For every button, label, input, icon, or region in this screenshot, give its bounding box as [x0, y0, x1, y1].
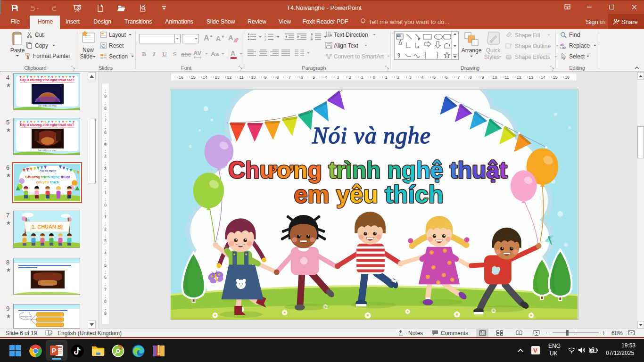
svg-text:0: 0	[373, 75, 375, 80]
svg-text:5: 5	[104, 263, 107, 268]
svg-text:15: 15	[190, 75, 195, 80]
svg-text:8: 8	[470, 75, 472, 80]
svg-text:Đây là chương trình nghệ thuật: Đây là chương trình nghệ thuật nào?	[20, 123, 74, 127]
svg-text:P: P	[52, 347, 56, 354]
svg-text:ac: ac	[562, 46, 566, 49]
svg-text:9: 9	[481, 75, 484, 80]
svg-text:12: 12	[227, 75, 231, 80]
svg-text:1: 1	[104, 214, 107, 219]
svg-text:2: 2	[397, 75, 399, 80]
svg-text:11: 11	[239, 75, 243, 80]
svg-text:14: 14	[541, 75, 545, 80]
svg-text:Đây là chương trình nghệ thuật: Đây là chương trình nghệ thuật nào?	[20, 78, 74, 82]
svg-text:8: 8	[276, 75, 279, 80]
svg-text:Sân khấu ca nhạc: Sân khấu ca nhạc	[38, 104, 57, 107]
svg-text:Nhung thanh: Nhung thanh	[20, 315, 31, 318]
svg-text:2: 2	[349, 75, 351, 80]
svg-text:1: 1	[361, 75, 363, 80]
svg-text:em yêu thích: em yêu thích	[294, 181, 444, 208]
svg-text:16: 16	[179, 75, 183, 80]
svg-text:Nói và nghe: Nói và nghe	[39, 169, 56, 173]
svg-text:9: 9	[264, 75, 267, 80]
svg-text:Chương trình nghệ thuật: Chương trình nghệ thuật	[228, 157, 507, 183]
svg-text:9: 9	[104, 94, 107, 99]
svg-text:2: 2	[104, 227, 107, 231]
svg-text:5: 5	[313, 75, 315, 80]
svg-text:13: 13	[215, 75, 220, 80]
svg-text:10: 10	[492, 75, 497, 80]
svg-text:3: 3	[264, 38, 266, 41]
svg-text:Sân khấu ca nhạc: Sân khấu ca nhạc	[38, 149, 57, 152]
svg-text:12: 12	[517, 75, 521, 80]
svg-text:Chương trình nghệ thuật: Chương trình nghệ thuật	[25, 175, 70, 179]
svg-text:1: 1	[385, 75, 388, 80]
svg-text:7: 7	[289, 75, 291, 80]
svg-text:7: 7	[104, 287, 107, 292]
svg-text:3: 3	[104, 166, 107, 171]
svg-text:9: 9	[104, 311, 107, 316]
svg-text:15: 15	[553, 75, 557, 80]
svg-text:4: 4	[104, 251, 107, 255]
svg-text:7: 7	[457, 75, 460, 80]
svg-text:Nói và nghe: Nói và nghe	[312, 123, 431, 148]
svg-text:em yêu thích: em yêu thích	[36, 180, 59, 184]
svg-text:4: 4	[325, 75, 327, 80]
svg-text:6: 6	[446, 75, 448, 80]
svg-text:16: 16	[565, 75, 570, 80]
svg-text:5: 5	[433, 75, 436, 80]
svg-text:1. CHUẨN BỊ: 1. CHUẨN BỊ	[32, 224, 63, 230]
svg-text:13: 13	[528, 75, 533, 80]
svg-text:7: 7	[104, 118, 107, 123]
svg-text:6: 6	[300, 75, 303, 80]
svg-text:4: 4	[421, 75, 423, 80]
svg-text:10: 10	[251, 75, 256, 80]
svg-text:3: 3	[409, 75, 412, 80]
svg-text:11: 11	[504, 75, 509, 80]
svg-text:14: 14	[203, 75, 207, 80]
svg-text:4: 4	[104, 154, 107, 159]
svg-text:A: A	[330, 33, 332, 38]
svg-text:3: 3	[337, 75, 339, 80]
